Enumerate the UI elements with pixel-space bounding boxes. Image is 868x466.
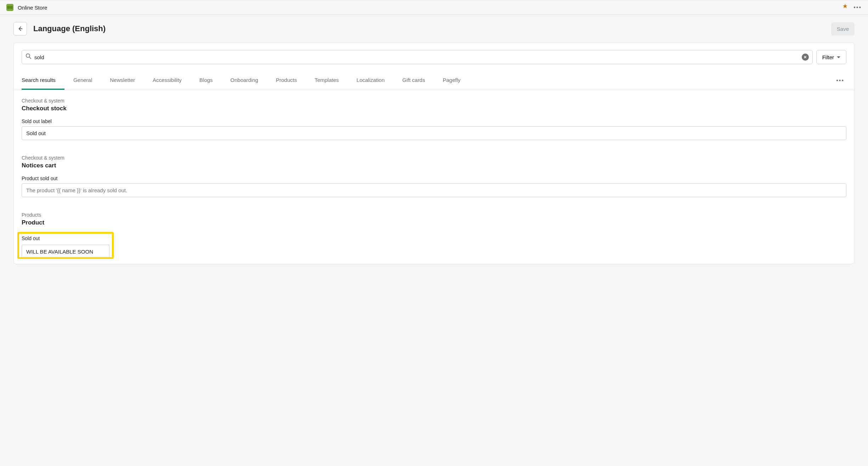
svg-point-0 — [26, 54, 30, 57]
field-label: Product sold out — [22, 176, 846, 181]
highlighted-region: Sold out — [18, 233, 113, 258]
section-title: Notices cart — [22, 162, 846, 169]
caret-down-icon — [837, 56, 840, 58]
topbar-right: ••• — [843, 4, 862, 11]
back-button[interactable] — [13, 22, 27, 35]
section-breadcrumb: Checkout & system — [22, 155, 846, 161]
filter-button[interactable]: Filter — [816, 50, 846, 64]
svg-line-1 — [29, 57, 31, 59]
tab-accessibility[interactable]: Accessibility — [144, 71, 191, 90]
tab-pagefly[interactable]: Pagefly — [434, 71, 469, 90]
tab-search-results[interactable]: Search results — [22, 71, 64, 90]
filter-label: Filter — [822, 54, 834, 60]
pin-icon[interactable] — [843, 4, 848, 11]
section-title: Product — [22, 219, 846, 226]
sold-out-text-input[interactable] — [22, 245, 109, 258]
tabs: Search results General Newsletter Access… — [14, 71, 854, 90]
sold-out-label-input[interactable] — [22, 126, 846, 140]
main-card: ✕ Filter Search results General Newslett… — [13, 43, 855, 264]
more-icon[interactable]: ••• — [853, 4, 862, 11]
app-logo-icon — [6, 4, 13, 11]
tab-gift-cards[interactable]: Gift cards — [394, 71, 434, 90]
tab-blogs[interactable]: Blogs — [191, 71, 222, 90]
page-title: Language (English) — [33, 24, 106, 33]
tab-onboarding[interactable]: Onboarding — [221, 71, 267, 90]
search-input[interactable] — [32, 54, 802, 60]
tabs-overflow-icon[interactable]: ••• — [834, 73, 846, 88]
arrow-left-icon — [17, 26, 23, 32]
search-row: ✕ Filter — [14, 43, 854, 71]
product-sold-out-input[interactable] — [22, 183, 846, 197]
save-button[interactable]: Save — [831, 22, 855, 35]
page-header: Language (English) Save — [0, 15, 868, 43]
tab-products[interactable]: Products — [267, 71, 306, 90]
header-left: Language (English) — [13, 22, 106, 35]
tab-newsletter[interactable]: Newsletter — [101, 71, 144, 90]
section-title: Checkout stock — [22, 105, 846, 112]
topbar-left: Online Store — [6, 4, 47, 11]
tab-templates[interactable]: Templates — [306, 71, 348, 90]
tab-localization[interactable]: Localization — [348, 71, 393, 90]
section-checkout-stock: Checkout & system Checkout stock Sold ou… — [14, 90, 854, 144]
topbar: Online Store ••• — [0, 0, 868, 15]
section-breadcrumb: Checkout & system — [22, 98, 846, 104]
field-label: Sold out label — [22, 118, 846, 124]
tab-general[interactable]: General — [64, 71, 101, 90]
search-box[interactable]: ✕ — [22, 50, 813, 64]
pin-svg — [843, 4, 848, 10]
section-notices-cart: Checkout & system Notices cart Product s… — [14, 144, 854, 201]
clear-search-button[interactable]: ✕ — [802, 54, 809, 61]
section-breadcrumb: Products — [22, 212, 846, 218]
app-title: Online Store — [18, 5, 47, 11]
search-icon — [26, 53, 32, 61]
section-product: Products Product Sold out — [14, 201, 854, 264]
field-label: Sold out — [22, 235, 109, 241]
